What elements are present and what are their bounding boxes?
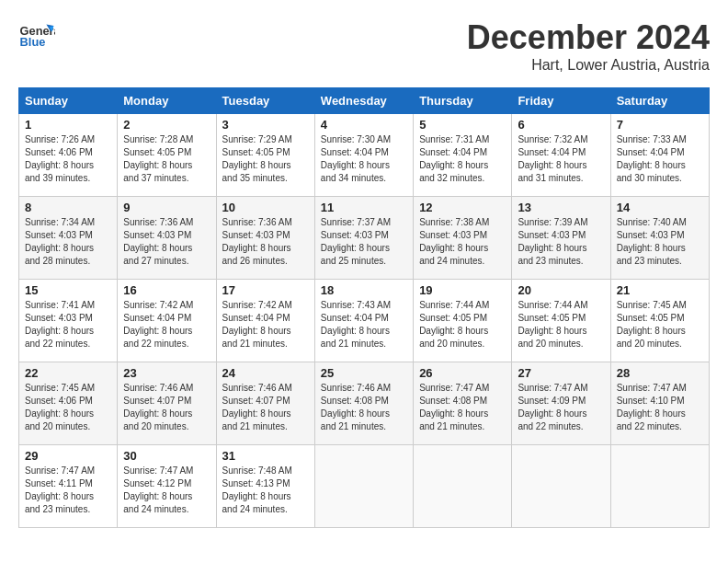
calendar-day-cell: 1 Sunrise: 7:26 AMSunset: 4:06 PMDayligh… bbox=[19, 114, 118, 197]
day-number: 29 bbox=[25, 449, 111, 463]
calendar-day-cell: 28 Sunrise: 7:47 AMSunset: 4:10 PMDaylig… bbox=[610, 362, 709, 445]
day-number: 1 bbox=[25, 118, 111, 132]
day-info: Sunrise: 7:43 AMSunset: 4:04 PMDaylight:… bbox=[321, 300, 391, 349]
day-info: Sunrise: 7:26 AMSunset: 4:06 PMDaylight:… bbox=[25, 134, 95, 183]
day-info: Sunrise: 7:45 AMSunset: 4:05 PMDaylight:… bbox=[617, 300, 687, 349]
weekday-header: Thursday bbox=[414, 88, 512, 114]
day-number: 13 bbox=[518, 201, 604, 214]
day-info: Sunrise: 7:44 AMSunset: 4:05 PMDaylight:… bbox=[419, 300, 489, 349]
weekday-header: Wednesday bbox=[314, 88, 413, 114]
calendar-day-cell: 8 Sunrise: 7:34 AMSunset: 4:03 PMDayligh… bbox=[19, 197, 118, 280]
weekday-header: Saturday bbox=[610, 88, 709, 114]
day-number: 2 bbox=[123, 118, 210, 132]
calendar-day-cell: 17 Sunrise: 7:42 AMSunset: 4:04 PMDaylig… bbox=[216, 280, 314, 362]
day-info: Sunrise: 7:39 AMSunset: 4:03 PMDaylight:… bbox=[518, 217, 587, 266]
day-info: Sunrise: 7:47 AMSunset: 4:08 PMDaylight:… bbox=[419, 383, 489, 431]
calendar-day-cell: 9 Sunrise: 7:36 AMSunset: 4:03 PMDayligh… bbox=[118, 197, 216, 280]
day-number: 27 bbox=[518, 366, 604, 380]
day-number: 22 bbox=[25, 366, 111, 380]
day-info: Sunrise: 7:42 AMSunset: 4:04 PMDaylight:… bbox=[123, 300, 193, 349]
calendar-table: SundayMondayTuesdayWednesdayThursdayFrid… bbox=[18, 87, 710, 528]
calendar-day-cell bbox=[314, 445, 413, 528]
calendar-day-cell bbox=[414, 445, 512, 528]
day-info: Sunrise: 7:28 AMSunset: 4:05 PMDaylight:… bbox=[123, 134, 193, 183]
day-number: 6 bbox=[518, 118, 604, 132]
day-info: Sunrise: 7:44 AMSunset: 4:05 PMDaylight:… bbox=[518, 300, 587, 349]
calendar-day-cell: 4 Sunrise: 7:30 AMSunset: 4:04 PMDayligh… bbox=[314, 114, 413, 197]
day-number: 20 bbox=[518, 283, 604, 297]
day-number: 19 bbox=[419, 283, 506, 297]
calendar-day-cell bbox=[610, 445, 709, 528]
day-number: 12 bbox=[419, 201, 506, 214]
day-number: 5 bbox=[419, 118, 506, 132]
day-number: 25 bbox=[321, 366, 407, 380]
calendar-day-cell: 23 Sunrise: 7:46 AMSunset: 4:07 PMDaylig… bbox=[118, 362, 216, 445]
calendar-week-row: 15 Sunrise: 7:41 AMSunset: 4:03 PMDaylig… bbox=[19, 280, 710, 362]
day-number: 17 bbox=[222, 283, 309, 297]
day-number: 23 bbox=[123, 366, 210, 380]
calendar-day-cell: 29 Sunrise: 7:47 AMSunset: 4:11 PMDaylig… bbox=[19, 445, 118, 528]
day-info: Sunrise: 7:31 AMSunset: 4:04 PMDaylight:… bbox=[419, 134, 489, 183]
calendar-day-cell: 31 Sunrise: 7:48 AMSunset: 4:13 PMDaylig… bbox=[216, 445, 314, 528]
day-info: Sunrise: 7:42 AMSunset: 4:04 PMDaylight:… bbox=[222, 300, 292, 349]
calendar-week-row: 8 Sunrise: 7:34 AMSunset: 4:03 PMDayligh… bbox=[19, 197, 710, 280]
day-info: Sunrise: 7:46 AMSunset: 4:07 PMDaylight:… bbox=[222, 383, 292, 431]
calendar-day-cell: 2 Sunrise: 7:28 AMSunset: 4:05 PMDayligh… bbox=[118, 114, 216, 197]
calendar-day-cell: 26 Sunrise: 7:47 AMSunset: 4:08 PMDaylig… bbox=[414, 362, 512, 445]
page-header: General Blue December 2024 Hart, Lower A… bbox=[18, 18, 710, 74]
day-number: 30 bbox=[123, 449, 210, 463]
calendar-day-cell: 24 Sunrise: 7:46 AMSunset: 4:07 PMDaylig… bbox=[216, 362, 314, 445]
day-info: Sunrise: 7:47 AMSunset: 4:10 PMDaylight:… bbox=[617, 383, 687, 431]
day-number: 9 bbox=[123, 201, 210, 214]
calendar-week-row: 1 Sunrise: 7:26 AMSunset: 4:06 PMDayligh… bbox=[19, 114, 710, 197]
calendar-day-cell: 21 Sunrise: 7:45 AMSunset: 4:05 PMDaylig… bbox=[610, 280, 709, 362]
day-info: Sunrise: 7:29 AMSunset: 4:05 PMDaylight:… bbox=[222, 134, 292, 183]
calendar-day-cell: 7 Sunrise: 7:33 AMSunset: 4:04 PMDayligh… bbox=[610, 114, 709, 197]
calendar-week-row: 29 Sunrise: 7:47 AMSunset: 4:11 PMDaylig… bbox=[19, 445, 710, 528]
weekday-header: Friday bbox=[512, 88, 610, 114]
day-number: 3 bbox=[222, 118, 309, 132]
day-number: 15 bbox=[25, 283, 111, 297]
calendar-day-cell: 10 Sunrise: 7:36 AMSunset: 4:03 PMDaylig… bbox=[216, 197, 314, 280]
day-number: 26 bbox=[419, 366, 506, 380]
day-number: 21 bbox=[617, 283, 703, 297]
day-number: 4 bbox=[321, 118, 407, 132]
day-info: Sunrise: 7:30 AMSunset: 4:04 PMDaylight:… bbox=[321, 134, 391, 183]
calendar-day-cell: 14 Sunrise: 7:40 AMSunset: 4:03 PMDaylig… bbox=[610, 197, 709, 280]
calendar-day-cell: 30 Sunrise: 7:47 AMSunset: 4:12 PMDaylig… bbox=[118, 445, 216, 528]
day-info: Sunrise: 7:48 AMSunset: 4:13 PMDaylight:… bbox=[222, 465, 292, 514]
calendar-day-cell: 11 Sunrise: 7:37 AMSunset: 4:03 PMDaylig… bbox=[314, 197, 413, 280]
day-info: Sunrise: 7:46 AMSunset: 4:07 PMDaylight:… bbox=[123, 383, 193, 431]
day-info: Sunrise: 7:33 AMSunset: 4:04 PMDaylight:… bbox=[617, 134, 687, 183]
calendar-day-cell: 13 Sunrise: 7:39 AMSunset: 4:03 PMDaylig… bbox=[512, 197, 610, 280]
day-number: 16 bbox=[123, 283, 210, 297]
svg-text:Blue: Blue bbox=[20, 35, 46, 49]
calendar-day-cell: 5 Sunrise: 7:31 AMSunset: 4:04 PMDayligh… bbox=[414, 114, 512, 197]
day-number: 11 bbox=[321, 201, 407, 214]
weekday-header: Monday bbox=[118, 88, 216, 114]
calendar-day-cell: 3 Sunrise: 7:29 AMSunset: 4:05 PMDayligh… bbox=[216, 114, 314, 197]
day-number: 28 bbox=[617, 366, 703, 380]
day-number: 31 bbox=[222, 449, 309, 463]
day-info: Sunrise: 7:41 AMSunset: 4:03 PMDaylight:… bbox=[25, 300, 95, 349]
day-number: 10 bbox=[222, 201, 309, 214]
day-number: 14 bbox=[617, 201, 703, 214]
calendar-day-cell: 12 Sunrise: 7:38 AMSunset: 4:03 PMDaylig… bbox=[414, 197, 512, 280]
day-info: Sunrise: 7:47 AMSunset: 4:09 PMDaylight:… bbox=[518, 383, 587, 431]
calendar-day-cell: 18 Sunrise: 7:43 AMSunset: 4:04 PMDaylig… bbox=[314, 280, 413, 362]
day-info: Sunrise: 7:36 AMSunset: 4:03 PMDaylight:… bbox=[123, 217, 193, 266]
title-block: December 2024 Hart, Lower Austria, Austr… bbox=[467, 18, 710, 74]
month-title: December 2024 bbox=[467, 18, 710, 57]
calendar-day-cell: 19 Sunrise: 7:44 AMSunset: 4:05 PMDaylig… bbox=[414, 280, 512, 362]
logo: General Blue bbox=[18, 18, 55, 55]
calendar-day-cell: 6 Sunrise: 7:32 AMSunset: 4:04 PMDayligh… bbox=[512, 114, 610, 197]
logo-icon: General Blue bbox=[18, 18, 55, 55]
calendar-day-cell bbox=[512, 445, 610, 528]
day-info: Sunrise: 7:40 AMSunset: 4:03 PMDaylight:… bbox=[617, 217, 687, 266]
day-info: Sunrise: 7:47 AMSunset: 4:11 PMDaylight:… bbox=[25, 465, 95, 514]
day-number: 8 bbox=[25, 201, 111, 214]
day-info: Sunrise: 7:38 AMSunset: 4:03 PMDaylight:… bbox=[419, 217, 489, 266]
day-number: 7 bbox=[617, 118, 703, 132]
day-info: Sunrise: 7:45 AMSunset: 4:06 PMDaylight:… bbox=[25, 383, 95, 431]
calendar-day-cell: 15 Sunrise: 7:41 AMSunset: 4:03 PMDaylig… bbox=[19, 280, 118, 362]
